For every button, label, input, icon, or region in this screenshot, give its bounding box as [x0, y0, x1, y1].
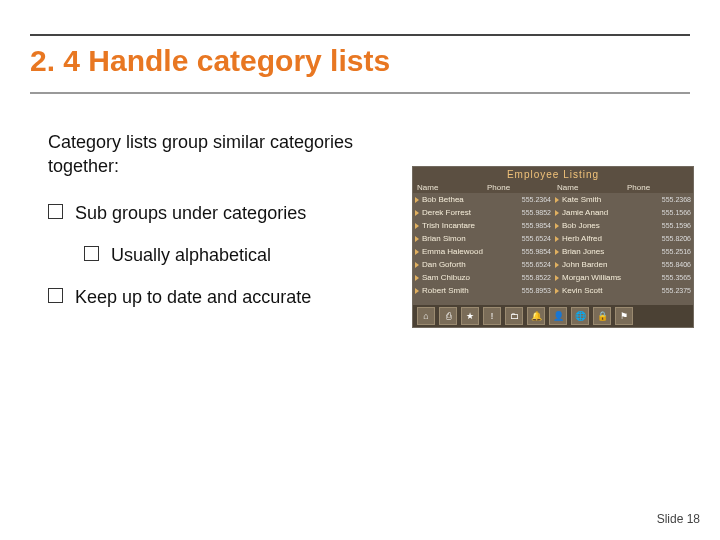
print-icon: ⎙: [439, 307, 457, 325]
chevron-right-icon: [415, 223, 419, 229]
employee-phone: 555.2375: [662, 287, 691, 294]
bullet-1a: Usually alphabetical: [84, 243, 408, 267]
chevron-right-icon: [415, 210, 419, 216]
col-name: Name: [553, 183, 623, 192]
chevron-right-icon: [555, 223, 559, 229]
bullet-1: Sub groups under categories: [48, 201, 408, 225]
flag-icon: ⚑: [615, 307, 633, 325]
slide-body: Category lists group similar categories …: [48, 130, 408, 327]
employee-row: Dan Goforth555.6524: [413, 258, 553, 271]
top-rule: [30, 34, 690, 36]
employee-row: Emma Halewood555.9854: [413, 245, 553, 258]
col-phone: Phone: [623, 183, 693, 192]
employee-name: Emma Halewood: [422, 247, 522, 256]
employee-row: Bob Jones555.1596: [553, 219, 693, 232]
chevron-right-icon: [415, 275, 419, 281]
col-phone: Phone: [483, 183, 553, 192]
employee-row: Sam Chibuzo555.8522: [413, 271, 553, 284]
bell-icon: 🔔: [527, 307, 545, 325]
bullet-label: Sub groups under categories: [75, 201, 306, 225]
employee-phone: 555.2364: [522, 196, 551, 203]
employee-phone: 555.3565: [662, 274, 691, 281]
lock-icon: 🔒: [593, 307, 611, 325]
employee-col-right: Kate Smith555.2368Jamie Anand555.1566Bob…: [553, 193, 693, 305]
employee-row: Herb Alfred555.8206: [553, 232, 693, 245]
chevron-right-icon: [555, 197, 559, 203]
chevron-right-icon: [555, 262, 559, 268]
employee-phone: 555.9854: [522, 222, 551, 229]
figure-header: Name Phone Name Phone: [413, 182, 693, 193]
employee-row: Derek Forrest555.9852: [413, 206, 553, 219]
intro-text: Category lists group similar categories …: [48, 130, 408, 179]
title-rule: [30, 92, 690, 94]
employee-row: Jamie Anand555.1566: [553, 206, 693, 219]
employee-phone: 555.6524: [522, 235, 551, 242]
employee-phone: 555.1596: [662, 222, 691, 229]
employee-col-left: Bob Bethea555.2364Derek Forrest555.9852T…: [413, 193, 553, 305]
figure-title: Employee Listing: [413, 167, 693, 182]
employee-name: Trish Incantare: [422, 221, 522, 230]
figure-toolbar: ⌂⎙★!🗀🔔👤🌐🔒⚑: [413, 305, 693, 327]
checkbox-icon: [84, 246, 99, 261]
employee-row: Bob Bethea555.2364: [413, 193, 553, 206]
employee-listing-figure: Employee Listing Name Phone Name Phone B…: [412, 166, 694, 328]
employee-row: Robert Smith555.8953: [413, 284, 553, 297]
home-icon: ⌂: [417, 307, 435, 325]
checkbox-icon: [48, 288, 63, 303]
slide-footer: Slide 18: [657, 512, 700, 526]
employee-phone: 555.8206: [662, 235, 691, 242]
employee-row: Morgan Williams555.3565: [553, 271, 693, 284]
chevron-right-icon: [415, 288, 419, 294]
employee-phone: 555.9852: [522, 209, 551, 216]
chevron-right-icon: [555, 275, 559, 281]
employee-name: Brian Simon: [422, 234, 522, 243]
employee-row: Brian Simon555.6524: [413, 232, 553, 245]
chevron-right-icon: [415, 197, 419, 203]
employee-row: John Barden555.8406: [553, 258, 693, 271]
chevron-right-icon: [555, 288, 559, 294]
employee-row: Kate Smith555.2368: [553, 193, 693, 206]
employee-name: Kevin Scott: [562, 286, 662, 295]
chevron-right-icon: [555, 210, 559, 216]
bullet-2: Keep up to date and accurate: [48, 285, 408, 309]
employee-phone: 555.9854: [522, 248, 551, 255]
employee-name: Brian Jones: [562, 247, 662, 256]
employee-name: Sam Chibuzo: [422, 273, 522, 282]
user-icon: 👤: [549, 307, 567, 325]
bullet-label: Usually alphabetical: [111, 243, 271, 267]
employee-phone: 555.1566: [662, 209, 691, 216]
bullet-label: Keep up to date and accurate: [75, 285, 311, 309]
employee-name: Jamie Anand: [562, 208, 662, 217]
employee-name: John Barden: [562, 260, 662, 269]
chevron-right-icon: [415, 249, 419, 255]
bookmark-icon: ★: [461, 307, 479, 325]
chevron-right-icon: [415, 236, 419, 242]
slide-title: 2. 4 Handle category lists: [30, 44, 390, 78]
employee-name: Morgan Williams: [562, 273, 662, 282]
folder-icon: 🗀: [505, 307, 523, 325]
employee-name: Bob Bethea: [422, 195, 522, 204]
checkbox-icon: [48, 204, 63, 219]
employee-name: Bob Jones: [562, 221, 662, 230]
employee-name: Kate Smith: [562, 195, 662, 204]
employee-phone: 555.2516: [662, 248, 691, 255]
employee-row: Trish Incantare555.9854: [413, 219, 553, 232]
employee-phone: 555.8406: [662, 261, 691, 268]
chevron-right-icon: [555, 249, 559, 255]
chevron-right-icon: [555, 236, 559, 242]
employee-row: Brian Jones555.2516: [553, 245, 693, 258]
warn-icon: !: [483, 307, 501, 325]
employee-name: Derek Forrest: [422, 208, 522, 217]
globe-icon: 🌐: [571, 307, 589, 325]
employee-phone: 555.6524: [522, 261, 551, 268]
employee-name: Herb Alfred: [562, 234, 662, 243]
chevron-right-icon: [415, 262, 419, 268]
employee-name: Dan Goforth: [422, 260, 522, 269]
employee-row: Kevin Scott555.2375: [553, 284, 693, 297]
employee-phone: 555.2368: [662, 196, 691, 203]
employee-name: Robert Smith: [422, 286, 522, 295]
employee-phone: 555.8522: [522, 274, 551, 281]
col-name: Name: [413, 183, 483, 192]
employee-phone: 555.8953: [522, 287, 551, 294]
